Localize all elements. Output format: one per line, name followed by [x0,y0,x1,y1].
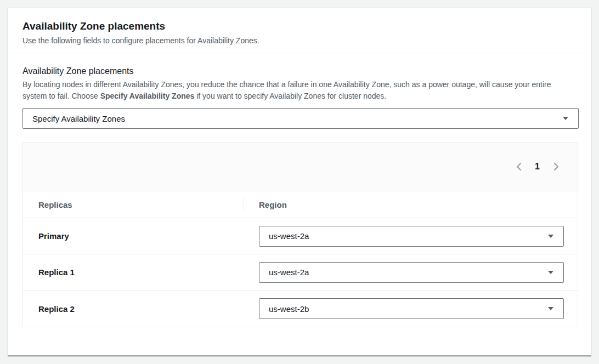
az-placements-table: 1 Replicas Region Primary us-west-2a [22,142,578,327]
caret-down-icon [547,234,554,238]
region-select-primary[interactable]: us-west-2a [259,226,564,247]
description-bold-text: Specify Availability Zones [100,92,195,100]
az-mode-select[interactable]: Specify Availability Zones [22,108,579,129]
replica-label-replica-2: Replica 2 [23,304,244,314]
az-placements-field-label: Availability Zone placements [22,66,577,76]
chevron-left-icon [516,162,522,171]
availability-zone-placements-panel: Availability Zone placements Use the fol… [8,8,591,356]
region-select-replica-2[interactable]: us-west-2b [259,298,564,319]
chevron-right-icon [553,162,560,171]
region-select-primary-value: us-west-2a [269,231,309,241]
region-select-replica-1[interactable]: us-west-2a [259,262,564,283]
column-divider [244,197,244,212]
region-select-replica-1-value: us-west-2a [269,268,309,277]
table-toolbar: 1 [23,143,578,191]
pagination: 1 [513,162,561,172]
table-row-replica-1: Replica 1 us-west-2a [23,254,578,291]
region-select-replica-2-value: us-west-2b [269,304,309,314]
caret-down-icon [547,270,554,275]
table-row-replica-2: Replica 2 us-west-2b [23,291,578,327]
pagination-prev-button[interactable] [513,162,523,172]
description-text-end: if you want to specify Availabily Zones … [194,92,386,100]
replica-label-replica-1: Replica 1 [23,268,244,277]
pagination-next-button[interactable] [551,162,561,172]
page-title: Availability Zone placements [22,20,577,32]
panel-body: Availability Zone placements By locating… [8,54,591,327]
az-placements-description: By locating nodes in different Availabil… [22,79,577,102]
panel-subtitle: Use the following fields to configure pl… [22,36,577,45]
caret-down-icon [547,306,554,311]
az-mode-select-value: Specify Availability Zones [32,114,125,123]
column-header-region: Region [244,200,578,209]
table-header-row: Replicas Region [23,191,578,218]
table-row-primary: Primary us-west-2a [23,218,578,254]
pagination-current-page: 1 [535,162,540,172]
replica-label-primary: Primary [23,231,244,241]
caret-down-icon [562,116,569,121]
column-header-replicas: Replicas [23,200,244,209]
panel-header: Availability Zone placements Use the fol… [8,8,591,54]
